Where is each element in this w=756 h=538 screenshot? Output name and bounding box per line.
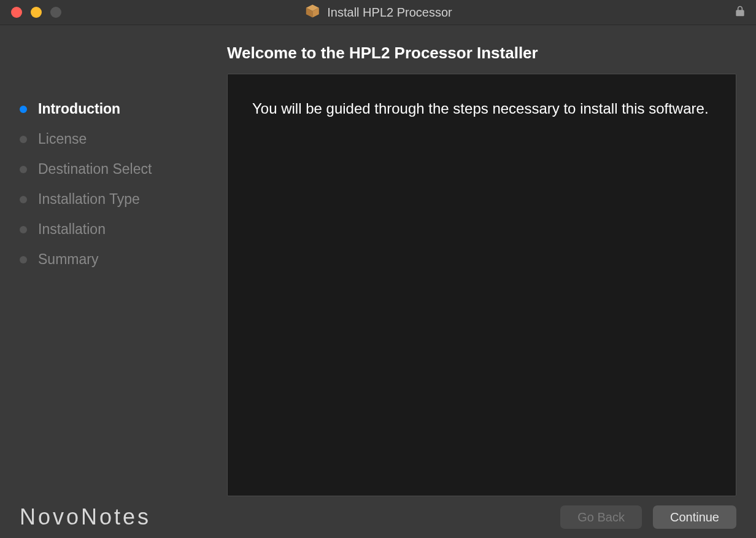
maximize-window-button xyxy=(50,7,61,18)
step-introduction: Introduction xyxy=(20,101,227,117)
step-label: Installation Type xyxy=(38,191,140,208)
step-license: License xyxy=(20,131,227,147)
minimize-window-button[interactable] xyxy=(31,7,42,18)
step-label: Introduction xyxy=(38,101,120,117)
brand-logo: NovoNotes xyxy=(20,504,151,530)
step-label: License xyxy=(38,131,87,147)
close-window-button[interactable] xyxy=(11,7,22,18)
window-controls xyxy=(0,7,61,18)
step-destination-select: Destination Select xyxy=(20,161,227,177)
lock-icon xyxy=(734,5,746,20)
content-box: You will be guided through the steps nec… xyxy=(227,74,736,496)
step-installation-type: Installation Type xyxy=(20,191,227,208)
titlebar: Install HPL2 Processor xyxy=(0,0,756,25)
step-installation: Installation xyxy=(20,221,227,238)
step-summary: Summary xyxy=(20,251,227,268)
sidebar: Introduction License Destination Select … xyxy=(0,74,227,496)
step-bullet-icon xyxy=(20,196,27,203)
go-back-button: Go Back xyxy=(560,505,642,529)
main-row: Introduction License Destination Select … xyxy=(0,74,756,496)
step-bullet-icon xyxy=(20,226,27,233)
content-text: You will be guided through the steps nec… xyxy=(252,99,711,119)
step-bullet-icon xyxy=(20,256,27,263)
page-heading: Welcome to the HPL2 Processor Installer xyxy=(0,25,756,74)
main-panel: You will be guided through the steps nec… xyxy=(227,74,756,496)
continue-button[interactable]: Continue xyxy=(653,505,736,529)
step-label: Summary xyxy=(38,251,98,268)
window-title: Install HPL2 Processor xyxy=(327,6,452,20)
footer-buttons: Go Back Continue xyxy=(560,505,736,529)
content-area: Welcome to the HPL2 Processor Installer … xyxy=(0,25,756,538)
step-list: Introduction License Destination Select … xyxy=(20,101,227,268)
step-label: Destination Select xyxy=(38,161,152,177)
step-bullet-icon xyxy=(20,166,27,173)
installer-window: Install HPL2 Processor Welcome to the HP… xyxy=(0,0,756,538)
step-bullet-icon xyxy=(20,106,27,113)
step-label: Installation xyxy=(38,221,106,238)
package-icon xyxy=(304,2,321,22)
title-center: Install HPL2 Processor xyxy=(304,2,452,22)
footer: NovoNotes Go Back Continue xyxy=(0,496,756,538)
step-bullet-icon xyxy=(20,136,27,143)
